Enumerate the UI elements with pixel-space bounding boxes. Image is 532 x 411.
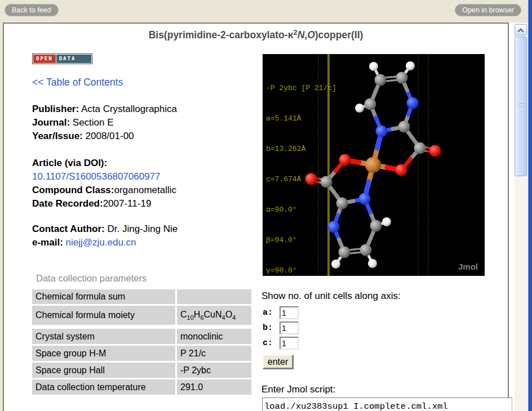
back-to-feed-button[interactable]: Back to feed <box>5 4 59 16</box>
scrollbar[interactable] <box>515 23 527 411</box>
jmol-script-input[interactable] <box>262 397 512 411</box>
article-meta: Article (via DOI): 10.1107/S160053680706… <box>32 157 176 211</box>
axis-b-input[interactable] <box>280 321 299 334</box>
compound-class-line: Compound Class:organometallic <box>32 184 176 197</box>
publication-meta: Publisher: Acta Crystallographica Journa… <box>32 102 177 143</box>
table-row: Data collection temperature 291.0 <box>32 379 255 395</box>
axis-c-input[interactable] <box>280 337 299 350</box>
email-link[interactable]: niejj@zju.edu.cn <box>66 237 136 248</box>
jmol-3d-viewer[interactable]: -P 2ybc [P 21/c] a=5.141Å b=13.262Å c=7.… <box>263 54 485 276</box>
chevron-up-icon <box>517 28 524 34</box>
axis-a-input[interactable] <box>280 306 299 319</box>
jmol-watermark: Jmol <box>458 262 478 271</box>
article-panel: Bis(pyrimidine-2-carboxylato-κ2N,O)coppe… <box>3 23 509 411</box>
contact-meta: Contact Author: Dr. Jing-Jing Nie e-mail… <box>32 222 178 249</box>
open-data-badge[interactable]: OPEN DATA <box>32 53 92 64</box>
table-row: Space group Hall -P 2ybc <box>32 363 255 378</box>
table-row: Chemical formula moiety C10H6CuN4O4 <box>32 306 255 325</box>
scrollbar-thumb[interactable] <box>515 37 527 176</box>
formula-cell: C10H6CuN4O4 <box>177 306 251 325</box>
article-doi-label: Article (via DOI): <box>32 157 176 170</box>
table-header: Data collection parameters <box>36 273 147 284</box>
scrollbar-up-button[interactable] <box>515 24 527 35</box>
scrollbar-grip-icon <box>518 104 524 109</box>
table-row: Crystal system monoclinic <box>32 329 255 344</box>
axis-b-row: b: <box>263 320 299 336</box>
unit-cells-label: Show no. of unit cells along axis: <box>261 291 401 302</box>
table-row: Chemical formula sum <box>32 289 255 304</box>
publisher-line: Publisher: Acta Crystallographica <box>32 102 177 116</box>
data-collection-table: Chemical formula sum Chemical formula mo… <box>32 289 255 396</box>
journal-line: Journal: Section E <box>32 116 177 129</box>
year-issue-line: Year/Issue: 2008/01-00 <box>32 129 177 143</box>
top-toolbar: Back to feed Open in browser <box>0 0 532 21</box>
table-row: Space group H-M P 21/c <box>32 346 255 361</box>
window-edge <box>528 0 532 411</box>
page-title: Bis(pyrimidine-2-carboxylato-κ2N,O)coppe… <box>4 29 508 41</box>
email-line: e-mail: niejj@zju.edu.cn <box>32 236 178 249</box>
open-in-browser-button[interactable]: Open in browser <box>455 4 521 16</box>
table-of-contents-link[interactable]: << Table of Contents <box>32 77 123 88</box>
axis-c-label: c: <box>263 338 280 348</box>
contact-author-line: Contact Author: Dr. Jing-Jing Nie <box>32 222 178 236</box>
jmol-script-label: Enter Jmol script: <box>261 384 335 395</box>
axis-b-label: b: <box>263 323 280 333</box>
date-recorded-line: Date Recorded:2007-11-19 <box>32 197 176 211</box>
open-data-badge-data: DATA <box>56 55 91 63</box>
axis-a-row: a: <box>263 305 299 320</box>
enter-button[interactable]: enter <box>263 355 293 369</box>
open-data-badge-open: OPEN <box>33 55 56 63</box>
crystal-parameters-overlay: -P 2ybc [P 21/c] a=5.141Å b=13.262Å c=7.… <box>266 63 336 296</box>
axis-c-row: c: <box>263 336 299 351</box>
doi-link[interactable]: 10.1107/S1600536807060977 <box>32 171 161 182</box>
axis-a-label: a: <box>263 308 280 318</box>
